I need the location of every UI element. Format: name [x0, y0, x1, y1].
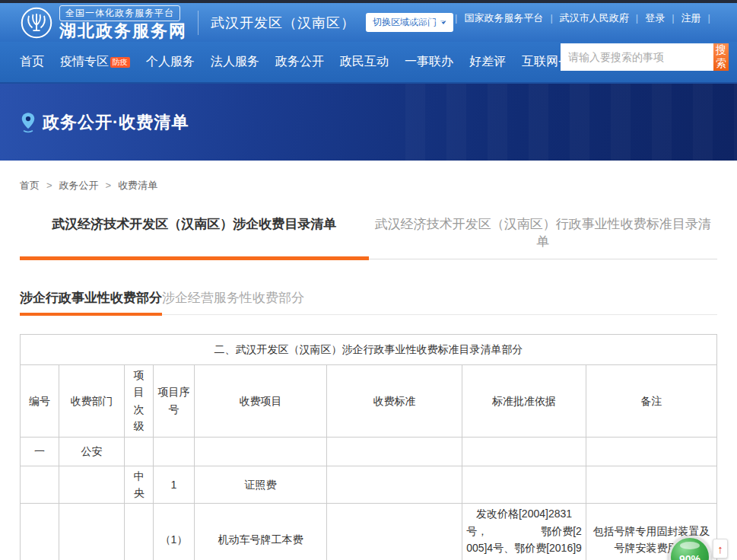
col-header-label: 项目序号: [157, 383, 191, 418]
table-cell: 证照费: [195, 466, 327, 504]
table-cell: [462, 466, 586, 504]
col-header-fee-standard: 收费标准: [327, 365, 462, 438]
top-link-old-version[interactable]: 切换旧版: [408, 12, 464, 24]
table-cell: [21, 504, 59, 560]
col-header-department: 收费部门: [59, 365, 125, 438]
breadcrumb-item-home[interactable]: 首页: [20, 180, 59, 191]
main-nav: 首页 疫情专区防疫 个人服务 法人服务 政务公开 政民互动 一事联办 好差评 互…: [0, 42, 737, 84]
breadcrumb-item-fee-list: 收费清单: [118, 180, 157, 191]
table-cell: [154, 437, 195, 466]
nav-item-label: 疫情专区: [60, 54, 109, 70]
page-title: 政务公开·收费清单: [43, 111, 189, 134]
table-cell: [462, 437, 586, 466]
site-name: 湖北政务服务网: [59, 22, 187, 40]
scroll-percent-label: 90%: [671, 553, 709, 560]
table-cell: [59, 466, 125, 504]
banner: 政务公开·收费清单: [0, 84, 737, 161]
region-name: 武汉开发区（汉南区）: [211, 14, 355, 32]
table-cell: [586, 466, 717, 504]
table-cell: [586, 437, 717, 466]
nav-item-one-stop[interactable]: 一事联办: [405, 54, 453, 70]
table-title: 二、武汉开发区（汉南区）涉企行政事业性收费标准目录清单部分: [21, 335, 717, 365]
table-row: 中央 1 证照费: [21, 466, 717, 504]
nav-item-label: 好差评: [469, 54, 506, 70]
subtab-administrative-fees[interactable]: 涉企行政事业性收费部分: [20, 289, 162, 314]
search-box: 搜索: [561, 43, 729, 71]
table-cell: 中央: [125, 466, 154, 504]
subtabs: 涉企行政事业性收费部分涉企经营服务性收费部分: [20, 289, 717, 315]
nav-item-label: 政民互动: [340, 54, 389, 70]
header: 全国一体化政务服务平台 湖北政务服务网 武汉开发区（汉南区） 切换区域或部门 切…: [0, 3, 737, 42]
content: 首页政务公开收费清单 武汉经济技术开发区（汉南区）涉企收费目录清单 武汉经济技术…: [0, 179, 737, 560]
col-header-number: 编号: [21, 365, 59, 438]
location-pin-icon: [20, 111, 37, 134]
nav-item-legal-entity-services[interactable]: 法人服务: [211, 54, 259, 70]
table-cell: 1: [154, 466, 195, 504]
search-input[interactable]: [561, 43, 713, 71]
subtab-operational-service-fees[interactable]: 涉企经营服务性收费部分: [162, 289, 304, 314]
col-header-project-seq: 项目序号: [154, 365, 195, 438]
table-cell-label: 中央: [132, 468, 145, 502]
nav-item-label: 个人服务: [146, 54, 195, 70]
search-button[interactable]: 搜索: [713, 43, 729, 71]
col-header-fee-item: 收费项目: [195, 365, 327, 438]
top-links: 切换旧版国家政务服务平台武汉市人民政府登录注册: [408, 11, 717, 25]
nav-item-gov-disclosure[interactable]: 政务公开: [275, 54, 324, 70]
up-arrow-icon: ↑: [717, 543, 723, 555]
top-link-register[interactable]: 注册: [681, 12, 717, 24]
tab-administrative-fee-standard-catalog[interactable]: 武汉经济技术开发区（汉南区）行政事业性收费标准目录清单: [369, 215, 718, 260]
nav-item-home[interactable]: 首页: [20, 54, 44, 70]
nav-item-epidemic-zone[interactable]: 疫情专区防疫: [60, 54, 130, 70]
table-cell: [21, 466, 59, 504]
breadcrumb: 首页政务公开收费清单: [20, 179, 717, 192]
tabs: 武汉经济技术开发区（汉南区）涉企收费目录清单 武汉经济技术开发区（汉南区）行政事…: [20, 215, 717, 260]
nav-item-label: 政务公开: [275, 54, 324, 70]
breadcrumb-item-gov-disclosure[interactable]: 政务公开: [59, 180, 119, 191]
table-cell: 发改价格[2004]2831号， 鄂价费[2005]4号、鄂价费[2016]99…: [462, 504, 586, 560]
scroll-widget: 90% ↑: [664, 533, 732, 560]
nav-item-label: 法人服务: [211, 54, 259, 70]
fee-table: 二、武汉开发区（汉南区）涉企行政事业性收费标准目录清单部分 编号 收费部门 项目…: [20, 334, 717, 560]
back-to-top-button[interactable]: ↑: [713, 539, 728, 558]
widget-gloss: [680, 542, 700, 549]
top-link-national-platform[interactable]: 国家政务服务平台: [464, 12, 559, 24]
nav-item-public-interaction[interactable]: 政民互动: [340, 54, 389, 70]
site-logo-icon: [20, 6, 53, 40]
nav-item-personal-services[interactable]: 个人服务: [146, 54, 195, 70]
col-header-approval-basis: 标准批准依据: [462, 365, 586, 438]
col-header-remarks: 备注: [586, 365, 717, 438]
table-cell: [327, 504, 462, 560]
top-link-wuhan-gov[interactable]: 武汉市人民政府: [560, 12, 645, 24]
platform-badge: 全国一体化政务服务平台: [59, 5, 180, 21]
table-cell: 机动车号牌工本费: [195, 504, 327, 560]
col-header-label: 项目次级: [132, 367, 145, 435]
site-logo[interactable]: 全国一体化政务服务平台 湖北政务服务网: [20, 5, 187, 40]
table-cell: [327, 466, 462, 504]
table-row: （1） 机动车号牌工本费 发改价格[2004]2831号， 鄂价费[2005]4…: [21, 504, 717, 560]
table-cell: 公安: [59, 437, 125, 466]
nav-item-rating[interactable]: 好差评: [469, 54, 506, 70]
page: 全国一体化政务服务平台 湖北政务服务网 武汉开发区（汉南区） 切换区域或部门 切…: [0, 0, 737, 560]
nav-item-label: 一事联办: [405, 54, 453, 70]
nav-item-label: 首页: [20, 54, 44, 70]
table-cell: [125, 437, 154, 466]
table-cell: [125, 504, 154, 560]
table-cell: （1）: [154, 504, 195, 560]
epidemic-badge: 防疫: [110, 57, 130, 68]
table-cell: [195, 437, 327, 466]
tab-enterprise-fee-catalog[interactable]: 武汉经济技术开发区（汉南区）涉企收费目录清单: [20, 215, 369, 260]
table-cell: [327, 437, 462, 466]
scroll-percent-widget[interactable]: 90%: [669, 536, 711, 560]
table-cell: [59, 504, 125, 560]
header-divider: [198, 11, 199, 35]
table-cell: 一: [21, 437, 59, 466]
table-row: 一 公安: [21, 437, 717, 466]
col-header-project-level: 项目次级: [125, 365, 154, 438]
top-link-login[interactable]: 登录: [645, 12, 681, 24]
